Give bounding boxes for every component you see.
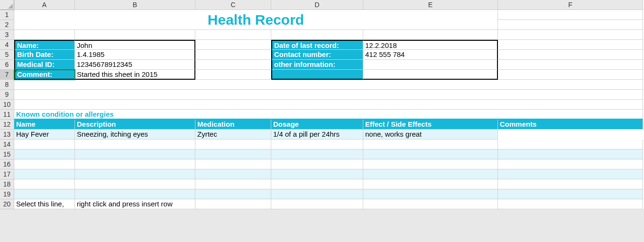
row-header-15[interactable]: 15 xyxy=(0,149,14,159)
cell[interactable] xyxy=(195,50,271,60)
cell[interactable] xyxy=(498,20,643,30)
row-header-5[interactable]: 5 xyxy=(0,50,14,60)
cell[interactable] xyxy=(498,30,643,40)
cell[interactable] xyxy=(363,30,498,40)
row-header-13[interactable]: 13 xyxy=(0,130,14,140)
table-cell[interactable] xyxy=(75,140,195,149)
section-title[interactable]: Known condition or allergies xyxy=(14,110,643,120)
th-medication[interactable]: Medication xyxy=(195,120,271,130)
col-header-F[interactable]: F xyxy=(498,0,643,10)
table-cell[interactable] xyxy=(14,149,75,159)
table-cell[interactable] xyxy=(363,140,498,149)
cell[interactable] xyxy=(498,10,643,20)
table-cell[interactable]: Sneezing, itching eyes xyxy=(75,130,195,140)
table-cell[interactable] xyxy=(271,179,363,189)
table-cell[interactable] xyxy=(75,159,195,169)
col-header-B[interactable]: B xyxy=(75,0,195,10)
label-blank[interactable] xyxy=(271,70,363,80)
footer-cell[interactable] xyxy=(498,199,643,209)
cell[interactable] xyxy=(498,50,643,60)
footer-cell[interactable] xyxy=(363,199,498,209)
row-header-16[interactable]: 16 xyxy=(0,159,14,169)
row-header-19[interactable]: 19 xyxy=(0,189,14,199)
value-blank[interactable] xyxy=(363,70,498,80)
table-cell[interactable] xyxy=(271,189,363,199)
col-header-A[interactable]: A xyxy=(14,0,75,10)
cell[interactable] xyxy=(498,40,643,50)
cell[interactable] xyxy=(498,60,643,70)
col-header-C[interactable]: C xyxy=(195,0,271,10)
value-birth-date[interactable]: 1.4.1985 xyxy=(75,50,195,60)
row-header-8[interactable]: 8 xyxy=(0,80,14,90)
row-header-3[interactable]: 3 xyxy=(0,30,14,40)
table-cell[interactable] xyxy=(14,169,75,179)
cell[interactable] xyxy=(14,30,75,40)
th-description[interactable]: Description xyxy=(75,120,195,130)
table-cell[interactable] xyxy=(195,189,271,199)
table-cell[interactable] xyxy=(75,149,195,159)
row-header-2[interactable]: 2 xyxy=(0,20,14,30)
table-cell[interactable] xyxy=(195,169,271,179)
table-cell[interactable] xyxy=(271,159,363,169)
row-header-4[interactable]: 4 xyxy=(0,40,14,50)
table-cell[interactable] xyxy=(75,169,195,179)
cell[interactable] xyxy=(195,30,271,40)
row-header-7[interactable]: 7 xyxy=(0,70,14,80)
footer-cell[interactable] xyxy=(195,199,271,209)
col-header-E[interactable]: E xyxy=(363,0,498,10)
table-cell[interactable] xyxy=(498,189,643,199)
value-last-record[interactable]: 12.2.2018 xyxy=(363,40,498,50)
th-name[interactable]: Name xyxy=(14,120,75,130)
footer-cell[interactable]: Select this line, xyxy=(14,199,75,209)
th-dosage[interactable]: Dosage xyxy=(271,120,363,130)
cell[interactable] xyxy=(498,70,643,80)
footer-cell[interactable] xyxy=(271,199,363,209)
table-cell[interactable] xyxy=(14,159,75,169)
label-birth-date[interactable]: Birth Date: xyxy=(14,50,75,60)
table-cell[interactable] xyxy=(363,169,498,179)
label-name[interactable]: Name: xyxy=(14,40,75,50)
row-header-1[interactable]: 1 xyxy=(0,10,14,20)
row-header-10[interactable]: 10 xyxy=(0,100,14,110)
table-cell[interactable] xyxy=(14,140,75,149)
table-cell[interactable] xyxy=(195,149,271,159)
table-cell[interactable] xyxy=(75,189,195,199)
table-cell[interactable] xyxy=(195,159,271,169)
label-medical-id[interactable]: Medical ID: xyxy=(14,60,75,70)
footer-cell[interactable]: right click and press insert row xyxy=(75,199,195,209)
table-cell[interactable] xyxy=(498,159,643,169)
label-last-record[interactable]: Date of last record: xyxy=(271,40,363,50)
value-name[interactable]: John xyxy=(75,40,195,50)
value-contact[interactable]: 412 555 784 xyxy=(363,50,498,60)
label-contact[interactable]: Contact number: xyxy=(271,50,363,60)
table-cell[interactable]: 1/4 of a pill per 24hrs xyxy=(271,130,363,140)
table-cell[interactable] xyxy=(14,179,75,189)
value-comment[interactable]: Started this sheet in 2015 xyxy=(75,70,195,80)
cell[interactable] xyxy=(195,70,271,80)
row-header-17[interactable]: 17 xyxy=(0,169,14,179)
table-cell[interactable] xyxy=(14,189,75,199)
table-cell[interactable] xyxy=(271,149,363,159)
label-other-info[interactable]: other information: xyxy=(271,60,363,70)
spreadsheet-grid[interactable]: A B C D E F 1 2 Health Record 3 4 Name: … xyxy=(0,0,644,209)
table-cell[interactable] xyxy=(498,149,643,159)
value-medical-id[interactable]: 12345678912345 xyxy=(75,60,195,70)
table-cell[interactable]: Zyrtec xyxy=(195,130,271,140)
cell[interactable] xyxy=(75,30,195,40)
row-header-6[interactable]: 6 xyxy=(0,60,14,70)
row-header-9[interactable]: 9 xyxy=(0,90,14,100)
row-header-14[interactable]: 14 xyxy=(0,140,14,149)
select-all-corner[interactable] xyxy=(0,0,14,10)
table-cell[interactable] xyxy=(498,179,643,189)
table-cell[interactable] xyxy=(195,140,271,149)
row-header-11[interactable]: 11 xyxy=(0,110,14,120)
col-header-D[interactable]: D xyxy=(271,0,363,10)
th-comments[interactable]: Comments xyxy=(498,120,643,130)
table-cell[interactable] xyxy=(75,179,195,189)
table-cell[interactable]: none, works great xyxy=(363,130,498,140)
table-cell[interactable] xyxy=(195,179,271,189)
cell[interactable] xyxy=(195,40,271,50)
table-cell[interactable] xyxy=(363,149,498,159)
table-cell[interactable] xyxy=(271,169,363,179)
th-effect[interactable]: Effect / Side Effects xyxy=(363,120,498,130)
